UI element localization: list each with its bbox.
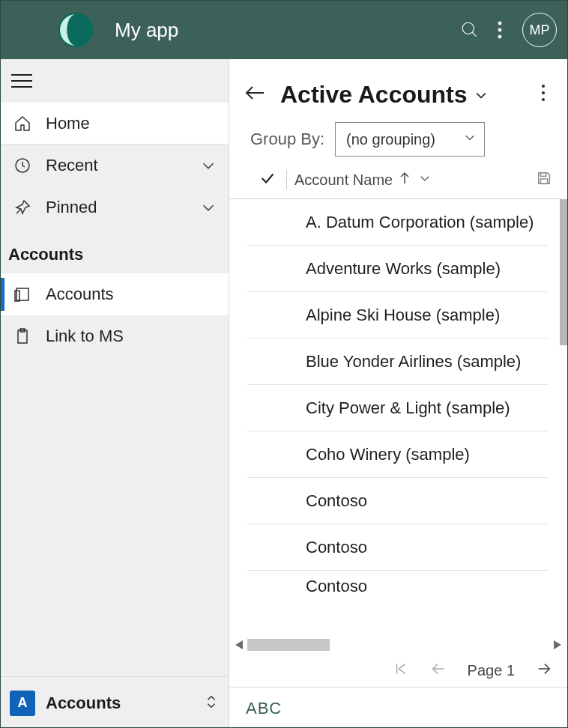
svg-point-13 [542, 85, 545, 88]
app-header: My app MP [1, 1, 567, 59]
jump-bar[interactable]: ABC [229, 687, 567, 728]
main-panel: Active Accounts Group By: (no grouping) [229, 59, 567, 728]
group-by-value: (no grouping) [346, 131, 435, 148]
svg-point-5 [498, 35, 501, 38]
chevron-down-icon [463, 131, 477, 148]
svg-point-3 [498, 22, 501, 25]
sidebar-item-accounts[interactable]: Accounts [1, 273, 229, 315]
list-item[interactable]: Contoso [247, 571, 548, 602]
pin-icon [13, 198, 32, 217]
prev-page-button[interactable] [430, 661, 447, 681]
list-item[interactable]: Contoso [247, 524, 548, 571]
app-title: My app [115, 19, 178, 42]
sidebar-item-pinned[interactable]: Pinned [1, 186, 229, 228]
area-badge: A [10, 691, 35, 716]
svg-point-4 [498, 28, 501, 31]
list-item[interactable]: Alpine Ski House (sample) [247, 292, 548, 339]
group-by-select[interactable]: (no grouping) [335, 122, 485, 157]
pager: Page 1 [229, 654, 567, 687]
sidebar-section-accounts: Accounts [1, 228, 229, 273]
more-commands-button[interactable] [534, 80, 552, 109]
sidebar: Home Recent Pinned Accounts A [1, 59, 229, 728]
column-header-account-name[interactable]: Account Name [294, 172, 393, 189]
svg-line-2 [472, 32, 476, 36]
column-header-row: Account Name [229, 167, 561, 199]
vertical-scrollbar[interactable] [557, 199, 567, 637]
select-all-checkbox[interactable] [259, 170, 276, 189]
page-label: Page 1 [468, 662, 515, 679]
list-item[interactable]: Adventure Works (sample) [247, 246, 548, 292]
svg-line-7 [16, 209, 21, 213]
list-item[interactable]: Contoso [247, 478, 548, 524]
group-by-label: Group By: [250, 130, 324, 149]
back-button[interactable] [244, 84, 265, 105]
svg-point-15 [542, 98, 545, 101]
sidebar-item-label: Recent [46, 156, 98, 175]
accounts-icon [13, 285, 32, 304]
sidebar-item-link-to-ms[interactable]: Link to MS [1, 315, 229, 357]
view-selector[interactable]: Active Accounts [280, 81, 489, 109]
sort-ascending-icon [399, 172, 411, 188]
sidebar-item-home[interactable]: Home [1, 103, 229, 145]
updown-icon [203, 694, 220, 713]
first-page-button[interactable] [393, 661, 409, 681]
accounts-list: A. Datum Corporation (sample)Adventure W… [229, 199, 554, 637]
svg-rect-18 [540, 179, 547, 183]
list-item[interactable]: A. Datum Corporation (sample) [247, 199, 548, 246]
next-page-button[interactable] [536, 661, 552, 681]
app-logo-icon [52, 8, 95, 52]
list-item[interactable]: Coho Winery (sample) [247, 431, 548, 478]
search-icon[interactable] [455, 20, 485, 40]
svg-rect-9 [15, 291, 19, 301]
chevron-down-icon [200, 157, 217, 174]
svg-rect-17 [540, 173, 546, 177]
sidebar-item-label: Accounts [46, 285, 114, 304]
list-item[interactable]: City Power & Light (sample) [247, 385, 548, 431]
sidebar-item-label: Link to MS [46, 327, 124, 346]
hamburger-menu-icon[interactable] [11, 68, 37, 94]
chevron-down-icon [200, 199, 217, 216]
area-label: Accounts [46, 694, 121, 713]
clipboard-icon [13, 327, 32, 346]
sidebar-area-switcher[interactable]: A Accounts [1, 676, 229, 728]
jump-bar-label: ABC [246, 699, 282, 718]
svg-point-14 [542, 91, 545, 94]
save-icon[interactable] [536, 170, 552, 189]
sidebar-item-recent[interactable]: Recent [1, 145, 229, 186]
home-icon [13, 114, 32, 133]
column-menu-button[interactable] [418, 172, 432, 188]
horizontal-scrollbar[interactable] [234, 637, 563, 654]
clock-icon [13, 156, 32, 175]
sidebar-item-label: Pinned [46, 198, 97, 217]
overflow-menu-icon[interactable] [485, 20, 515, 40]
view-title-text: Active Accounts [280, 81, 468, 109]
sidebar-item-label: Home [46, 114, 90, 133]
svg-point-1 [462, 22, 474, 34]
user-avatar[interactable]: MP [522, 13, 557, 47]
chevron-down-icon [474, 81, 489, 109]
list-item[interactable]: Blue Yonder Airlines (sample) [247, 339, 548, 385]
